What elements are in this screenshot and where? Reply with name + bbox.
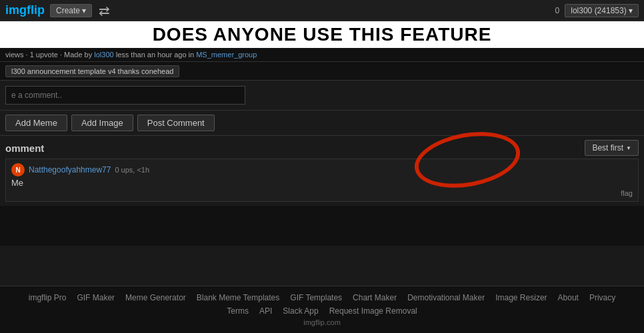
comment-username[interactable]: Natthegoofyahhmew77 [29, 165, 111, 174]
footer-link-blank-meme-templates[interactable]: Blank Meme Templates [197, 293, 280, 302]
footer-link-gif-templates[interactable]: GIF Templates [290, 293, 342, 302]
footer-link-imgflip-pro[interactable]: imgflip Pro [29, 293, 67, 302]
icon-shuffle: ⇄ [99, 3, 110, 19]
footer: imgflip Pro GIF Maker Meme Generator Bla… [0, 286, 644, 333]
footer-link-meme-generator[interactable]: Meme Generator [125, 293, 186, 302]
header: imgflip Create ▾ ⇄ 0 lol300 (241853) ▾ [0, 0, 644, 21]
add-meme-button[interactable]: Add Meme [5, 115, 67, 131]
meta-views: views · 1 upvote · Made by [5, 51, 92, 59]
footer-link-request-image-removal[interactable]: Request Image Removal [329, 306, 417, 316]
footer-link-slack-app[interactable]: Slack App [283, 306, 318, 316]
footer-domain: imgflip.com [13, 318, 631, 326]
comment-section: omment Best first N Natthegoofyahhmew77 … [0, 136, 644, 206]
comment-header-row: omment Best first [5, 140, 639, 156]
footer-link-gif-maker[interactable]: GIF Maker [77, 293, 115, 302]
footer-link-terms[interactable]: Terms [227, 306, 249, 316]
footer-links-2: Terms API Slack App Request Image Remova… [13, 306, 631, 316]
notification-count: 0 [555, 6, 560, 15]
comment-meta: 0 ups, <1h [115, 166, 149, 174]
create-button[interactable]: Create ▾ [50, 4, 92, 17]
meme-title: DOES ANYONE USE THIS FEATURE [0, 21, 644, 48]
post-comment-button[interactable]: Post Comment [137, 115, 215, 131]
footer-link-about[interactable]: About [558, 293, 579, 302]
footer-link-image-resizer[interactable]: Image Resizer [495, 293, 547, 302]
header-right: 0 lol300 (241853) ▾ [555, 4, 639, 17]
meta-user-link[interactable]: lol300 [94, 51, 113, 59]
footer-link-privacy[interactable]: Privacy [589, 293, 615, 302]
tag-label[interactable]: l300 announcement template v4 thanks con… [5, 65, 179, 77]
footer-link-api[interactable]: API [259, 306, 272, 316]
action-row: Add Meme Add Image Post Comment [0, 111, 644, 136]
comment-item: N Natthegoofyahhmew77 0 ups, <1h Me flag [5, 159, 639, 202]
add-image-button[interactable]: Add Image [71, 115, 133, 131]
comment-user-row: N Natthegoofyahhmew77 0 ups, <1h [11, 163, 633, 176]
footer-links: imgflip Pro GIF Maker Meme Generator Bla… [13, 293, 631, 302]
best-first-button[interactable]: Best first [585, 140, 639, 156]
comment-input[interactable] [5, 86, 245, 105]
user-menu[interactable]: lol300 (241853) ▾ [565, 4, 639, 17]
footer-link-chart-maker[interactable]: Chart Maker [353, 293, 397, 302]
comment-text: Me [11, 178, 633, 188]
comment-input-area [0, 81, 644, 111]
comment-flag[interactable]: flag [11, 189, 633, 197]
meta-time: less than an hour ago in [116, 51, 194, 59]
footer-link-demotivational-maker[interactable]: Demotivational Maker [407, 293, 485, 302]
dark-area [0, 206, 644, 246]
comment-section-title: omment [5, 143, 44, 154]
meta-group-link[interactable]: MS_memer_group [196, 51, 257, 59]
tag-bar: l300 announcement template v4 thanks con… [0, 62, 644, 81]
logo: imgflip [5, 3, 45, 17]
meta-bar: views · 1 upvote · Made by lol300 less t… [0, 48, 644, 62]
avatar: N [11, 163, 25, 176]
